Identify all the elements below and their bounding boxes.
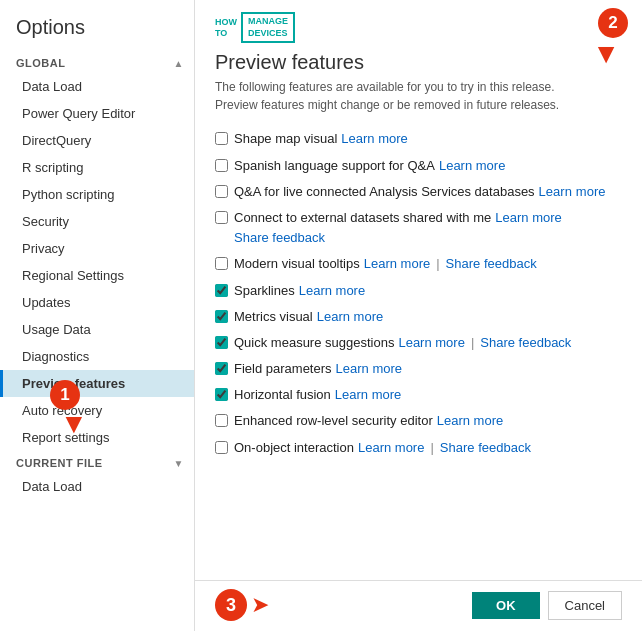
sidebar-item-security[interactable]: Security (0, 208, 194, 235)
checkbox-quick-measure[interactable] (215, 336, 228, 349)
sidebar-item-directquery[interactable]: DirectQuery (0, 127, 194, 154)
chevron-up-icon: ▲ (174, 58, 184, 69)
link-field-learn[interactable]: Learn more (336, 360, 402, 378)
feature-row-connect-external: Connect to external datasets shared with… (215, 205, 622, 251)
sidebar-item-privacy[interactable]: Privacy (0, 235, 194, 262)
checkbox-shape-map[interactable] (215, 132, 228, 145)
sidebar-item-diagnostics[interactable]: Diagnostics (0, 343, 194, 370)
link-metrics-learn[interactable]: Learn more (317, 308, 383, 326)
checkbox-qa-live[interactable] (215, 185, 228, 198)
arrow-down-2-icon: ▼ (592, 40, 620, 68)
sidebar-item-report-settings[interactable]: Report settings (0, 424, 194, 451)
step-badge-3: 3 (215, 589, 247, 621)
link-horizontal-learn[interactable]: Learn more (335, 386, 401, 404)
cancel-button[interactable]: Cancel (548, 591, 622, 620)
checkbox-horizontal-fusion[interactable] (215, 388, 228, 401)
ok-button[interactable]: OK (472, 592, 540, 619)
chevron-down-icon: ▼ (174, 458, 184, 469)
checkbox-sparklines[interactable] (215, 284, 228, 297)
checkbox-modern-tooltips[interactable] (215, 257, 228, 270)
feature-row-sparklines: Sparklines Learn more (215, 278, 622, 304)
feature-row-spanish: Spanish language support for Q&A Learn m… (215, 153, 622, 179)
link-connect-learn[interactable]: Learn more (495, 209, 561, 227)
logo-area: HOWTO MANAGEDEVICES (215, 12, 295, 43)
feature-row-quick-measure: Quick measure suggestions Learn more | S… (215, 330, 622, 356)
link-qa-learn[interactable]: Learn (539, 183, 572, 201)
sidebar-title: Options (0, 0, 194, 51)
arrow-down-1-icon: ▼ (60, 410, 88, 438)
how-to-label: HOWTO (215, 17, 237, 39)
current-file-section-header[interactable]: CURRENT FILE ▼ (0, 451, 194, 473)
manage-devices-logo: MANAGEDEVICES (241, 12, 295, 43)
features-list: Shape map visual Learn more Spanish lang… (195, 122, 642, 580)
checkbox-field-params[interactable] (215, 362, 228, 375)
feature-row-on-object: On-object interaction Learn more | Share… (215, 435, 622, 461)
link-sparklines-learn[interactable]: Learn more (299, 282, 365, 300)
sidebar: Options GLOBAL ▲ Data Load Power Query E… (0, 0, 195, 631)
checkbox-metrics[interactable] (215, 310, 228, 323)
feature-row-modern-tooltips: Modern visual tooltips Learn more | Shar… (215, 251, 622, 277)
link-connect-share[interactable]: Share feedback (234, 229, 325, 247)
sidebar-item-power-query[interactable]: Power Query Editor (0, 100, 194, 127)
main-content: 2 ▼ HOWTO MANAGEDEVICES Preview features… (195, 0, 642, 631)
sidebar-item-python-scripting[interactable]: Python scripting (0, 181, 194, 208)
step-badge-2: 2 (598, 8, 628, 38)
link-spanish-learn[interactable]: Learn more (439, 157, 505, 175)
sidebar-item-usage-data[interactable]: Usage Data (0, 316, 194, 343)
feature-row-qa-live: Q&A for live connected Analysis Services… (215, 179, 622, 205)
link-quick-share[interactable]: Share feedback (480, 334, 571, 352)
link-shape-map-learn[interactable]: Learn more (341, 130, 407, 148)
link-object-learn[interactable]: Learn more (358, 439, 424, 457)
sidebar-item-auto-recovery[interactable]: Auto recovery (0, 397, 194, 424)
feature-row-shape-map: Shape map visual Learn more (215, 126, 622, 152)
footer-left: 3 ➤ (215, 589, 464, 621)
global-section-header[interactable]: GLOBAL ▲ (0, 51, 194, 73)
feature-row-metrics: Metrics visual Learn more (215, 304, 622, 330)
main-header: HOWTO MANAGEDEVICES (195, 0, 642, 51)
link-row-learn[interactable]: Learn more (437, 412, 503, 430)
footer-bar: 3 ➤ OK Cancel (195, 580, 642, 631)
feature-row-row-level: Enhanced row-level security editor Learn… (215, 408, 622, 434)
sidebar-item-preview-features[interactable]: Preview features (0, 370, 194, 397)
sidebar-item-updates[interactable]: Updates (0, 289, 194, 316)
link-qa-more[interactable]: more (576, 183, 606, 201)
link-object-share[interactable]: Share feedback (440, 439, 531, 457)
link-quick-learn[interactable]: Learn more (398, 334, 464, 352)
checkbox-on-object[interactable] (215, 441, 228, 454)
checkbox-row-level[interactable] (215, 414, 228, 427)
checkbox-connect-external[interactable] (215, 211, 228, 224)
sidebar-item-data-load[interactable]: Data Load (0, 73, 194, 100)
global-items: Data Load Power Query Editor DirectQuery… (0, 73, 194, 451)
feature-row-horizontal-fusion: Horizontal fusion Learn more (215, 382, 622, 408)
checkbox-spanish[interactable] (215, 159, 228, 172)
feature-row-field-params: Field parameters Learn more (215, 356, 622, 382)
sidebar-item-cf-data-load[interactable]: Data Load (0, 473, 194, 500)
preview-features-title: Preview features (195, 51, 642, 78)
step-badge-1: 1 (50, 380, 80, 410)
sidebar-item-r-scripting[interactable]: R scripting (0, 154, 194, 181)
link-tooltips-learn[interactable]: Learn more (364, 255, 430, 273)
arrow-right-icon: ➤ (251, 592, 269, 618)
link-tooltips-share[interactable]: Share feedback (446, 255, 537, 273)
sidebar-item-regional-settings[interactable]: Regional Settings (0, 262, 194, 289)
preview-features-description: The following features are available for… (195, 78, 642, 122)
